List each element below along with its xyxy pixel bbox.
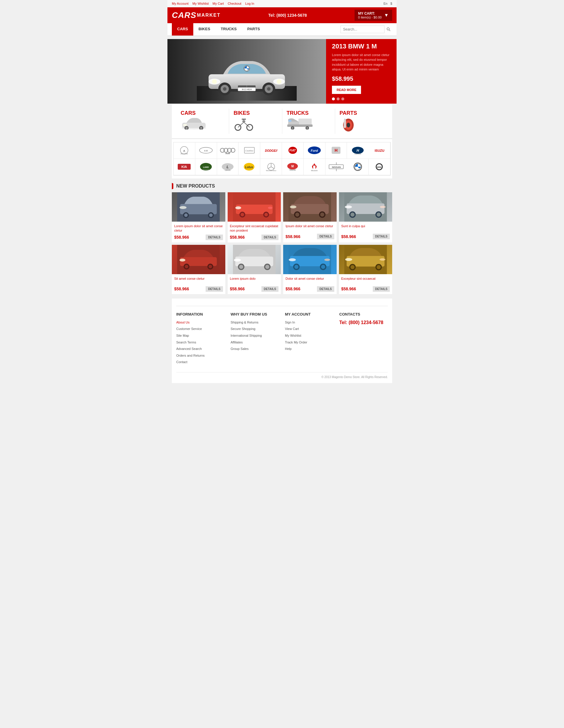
footer-shipping-link[interactable]: Shipping & Returns (230, 320, 279, 325)
cart-box[interactable]: MY CART: 0 item(s) - $0.00 ▼ (355, 10, 392, 21)
top-bar: My Account My Wishlist My Cart Checkout … (167, 0, 397, 7)
nav-item-cars[interactable]: CARS (172, 23, 193, 36)
logo[interactable]: CARS MARKET (172, 11, 220, 20)
brands-section: AACURA A M Audi Cadillac DODGE// (172, 139, 392, 178)
product-price-2: $58.966 (230, 235, 245, 240)
brand-honda[interactable]: H (326, 142, 347, 159)
footer-why-buy: WHY BUY FROM US Shipping & Returns Secur… (230, 312, 279, 366)
bike-category-icon (233, 116, 254, 131)
product-details-btn-6[interactable]: DETAILS (261, 286, 278, 292)
category-cars[interactable]: CARS (176, 109, 229, 134)
product-details-btn-8[interactable]: DETAILS (373, 286, 390, 292)
category-parts[interactable]: PARTS (335, 109, 388, 134)
login-link[interactable]: Log In (245, 2, 254, 5)
svg-text:Lotus: Lotus (245, 166, 253, 169)
brand-ford[interactable]: Ford (304, 142, 326, 159)
wishlist-link[interactable]: My Wishlist (192, 2, 209, 5)
brand-kia[interactable]: KIA (174, 159, 195, 175)
language-selector[interactable]: En (383, 2, 387, 5)
product-name-6: Lorem ipsum dolo (230, 277, 279, 285)
hero-dot-3[interactable] (341, 97, 344, 100)
currency-selector[interactable]: $ (390, 2, 392, 5)
checkout-link[interactable]: Checkout (228, 2, 241, 5)
footer-customer-service-link[interactable]: Customer Service (176, 326, 225, 332)
brand-mazda[interactable]: MMazda (282, 159, 304, 175)
footer-search-terms-link[interactable]: Search Terms (176, 340, 225, 345)
brand-lotus[interactable]: Lotus (238, 159, 260, 175)
hero-dot-2[interactable] (337, 97, 340, 100)
hero-price: $58.995 (332, 75, 391, 82)
product-card-2: Excepteur sint occaecat cupidatat non pr… (228, 192, 281, 242)
brand-mercedes[interactable]: Mercedes-Benz (260, 159, 282, 175)
footer-track-order-link[interactable]: Track My Order (285, 340, 334, 345)
hero-dot-1[interactable] (332, 97, 335, 100)
svg-text:NISSAN: NISSAN (332, 166, 341, 168)
svg-line-82 (268, 167, 271, 169)
product-details-btn-2[interactable]: DETAILS (261, 235, 278, 240)
footer-contact-link[interactable]: Contact (176, 360, 225, 365)
my-account-link[interactable]: My Account (172, 2, 188, 5)
footer-view-cart-link[interactable]: View Cart (285, 326, 334, 332)
brand-cadillac[interactable]: Cadillac (238, 142, 260, 159)
product-details-btn-3[interactable]: DETAILS (317, 234, 334, 239)
nav-item-bikes[interactable]: BIKES (193, 23, 215, 36)
footer-my-wishlist-link[interactable]: My Wishlist (285, 333, 334, 338)
footer-intl-shipping-link[interactable]: International Shipping (230, 333, 279, 338)
footer-advanced-search-link[interactable]: Advanced Search (176, 346, 225, 352)
brand-land-rover[interactable]: LANDROVER (195, 159, 217, 175)
products-grid: Lorem ipsum dolor sit amet conse ctetur … (172, 192, 392, 294)
hero-read-more-button[interactable]: READ MORE (332, 86, 361, 94)
footer-signin-link[interactable]: Sign In (285, 320, 334, 325)
product-info-6: Lorem ipsum dolo $58.966 DETAILS (228, 274, 281, 294)
brand-nissan[interactable]: NISSAN (326, 159, 347, 175)
product-card-5: Sit amet conse ctetur $58.966 DETAILS (172, 245, 225, 294)
search-input[interactable] (341, 26, 385, 33)
product-info-3: Ipsum dolor sit amet conse ctetur $58.96… (283, 222, 337, 242)
footer-affiliates-link[interactable]: Affiliates (230, 340, 279, 345)
brand-isuzu[interactable]: ISUZU (369, 142, 390, 159)
brand-fiat[interactable]: FIAT (282, 142, 304, 159)
svg-text:LAND: LAND (203, 166, 208, 168)
brand-mini[interactable]: MINI (369, 159, 390, 175)
new-products-title-wrapper: NEW PRODUCTS (172, 178, 392, 192)
svg-point-43 (347, 123, 350, 127)
nav-item-parts[interactable]: PARTS (242, 23, 265, 36)
brand-audi[interactable]: Audi (217, 142, 239, 159)
category-trucks[interactable]: TRUCKS (282, 109, 335, 134)
svg-text:A: A (183, 149, 185, 152)
footer-site-map-link[interactable]: Site Map (176, 333, 225, 338)
footer-help-link[interactable]: Help (285, 346, 334, 352)
hero-car-svg: M·ZJ 4624 (197, 42, 297, 101)
search-button[interactable] (385, 25, 392, 34)
footer-group-sales-link[interactable]: Group Sales (230, 346, 279, 352)
brand-bmw[interactable] (347, 159, 369, 175)
logo-market-text: MARKET (197, 13, 220, 18)
category-bikes[interactable]: BIKES (229, 109, 282, 134)
brand-hyundai[interactable]: HHyundai (347, 142, 369, 159)
brand-aston-martin[interactable]: A M (195, 142, 217, 159)
svg-text:M: M (292, 165, 294, 168)
product-details-btn-7[interactable]: DETAILS (317, 286, 334, 292)
brand-acura[interactable]: AACURA (174, 142, 195, 159)
brand-lexus[interactable]: LLEXUS (217, 159, 239, 175)
new-products-title: NEW PRODUCTS (176, 183, 215, 189)
cart-link[interactable]: My Cart (213, 2, 224, 5)
svg-point-14 (267, 87, 270, 91)
footer-secure-link[interactable]: Secure Shopping (230, 326, 279, 332)
svg-point-24 (200, 127, 202, 129)
categories-section: CARS BIKES TR (172, 104, 392, 139)
svg-point-106 (179, 206, 186, 209)
product-price-7: $58.966 (286, 287, 301, 291)
product-details-btn-4[interactable]: DETAILS (373, 234, 390, 239)
footer-phone: Tel: (800) 1234-5678 (339, 320, 388, 325)
svg-text:ACURA: ACURA (181, 153, 188, 155)
brand-mitsubishi[interactable]: Mitsubishi (304, 159, 326, 175)
footer-orders-returns-link[interactable]: Orders and Returns (176, 353, 225, 358)
product-details-btn-1[interactable]: DETAILS (206, 235, 223, 240)
product-image-7 (283, 245, 337, 274)
nav-item-trucks[interactable]: TRUCKS (215, 23, 242, 36)
brand-dodge[interactable]: DODGE// (260, 142, 282, 159)
footer-about-link[interactable]: About Us (176, 320, 225, 325)
svg-point-151 (324, 259, 330, 261)
product-details-btn-5[interactable]: DETAILS (206, 286, 223, 292)
